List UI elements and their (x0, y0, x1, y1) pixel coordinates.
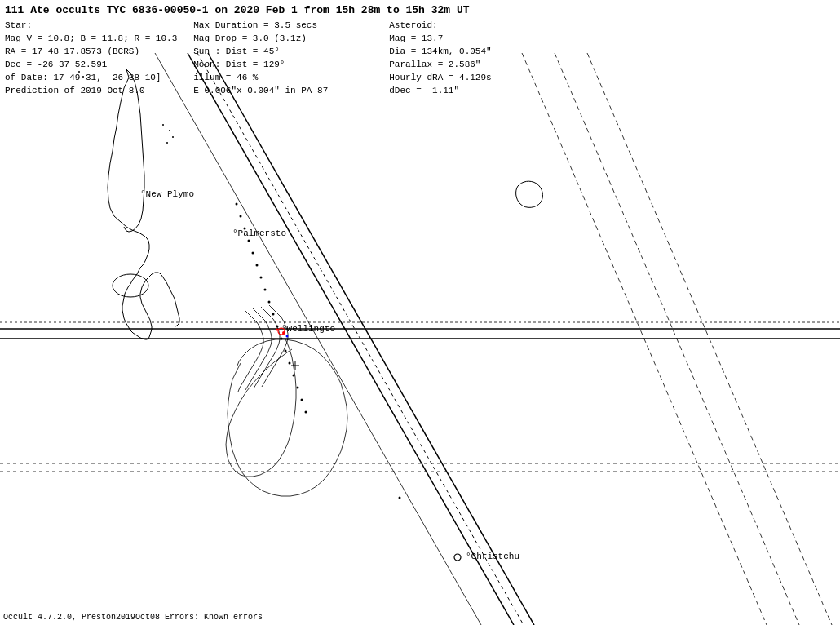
star-ra: RA = 17 48 17.8573 (BCRS) (5, 46, 177, 59)
svg-point-28 (285, 350, 287, 352)
svg-point-17 (240, 215, 242, 218)
svg-point-24 (268, 301, 271, 304)
moon-dist-value: Dist = 129° (226, 60, 285, 69)
sun-dist: Sun : Dist = 45° (193, 46, 373, 59)
max-duration: Max Duration = 3.5 secs (193, 20, 373, 33)
max-duration-label: Max Duration = (193, 20, 268, 30)
asteroid-info: Asteroid: Mag = 13.7 Dia = 134km, 0.054"… (389, 20, 519, 98)
moon-info: Moon: Dist = 129° (193, 59, 373, 72)
asteroid-ddec: dDec = -1.11" (389, 85, 519, 98)
svg-point-16 (236, 203, 238, 206)
svg-point-27 (281, 338, 283, 340)
star-prediction: Prediction of 2019 Oct 8.0 (5, 85, 177, 98)
svg-point-22 (260, 277, 263, 279)
max-duration-value: 3.5 secs (274, 20, 317, 30)
asteroid-mag: Mag = 13.7 (389, 33, 519, 46)
svg-point-38 (169, 130, 170, 131)
sun-label: Sun : (193, 47, 220, 56)
e-size: E 0.006"x 0.004" in PA 87 (193, 85, 373, 98)
star-dec: Dec = -26 37 52.591 (5, 59, 177, 72)
moon-illum: illum = 46 % (193, 72, 373, 85)
mag-drop: Mag Drop = 3.0 (3.1z) (193, 33, 373, 46)
asteroid-hourly-dra: Hourly dRA = 4.129s (389, 72, 519, 85)
svg-point-20 (252, 252, 254, 255)
star-of-date: of Date: 17 49 31, -26 38 10] (5, 72, 177, 85)
moon-label: Moon: (193, 60, 220, 69)
svg-point-23 (264, 289, 267, 291)
svg-point-44 (286, 335, 289, 338)
svg-point-34 (399, 497, 401, 499)
svg-point-25 (272, 313, 275, 316)
mag-drop-label: Mag Drop = (193, 33, 247, 43)
star-label: Star: (5, 20, 177, 33)
svg-point-33 (305, 411, 307, 414)
svg-point-32 (301, 399, 303, 401)
svg-point-31 (297, 387, 299, 389)
city-label: °New Plymo (140, 189, 194, 199)
star-info: Star: Mag V = 10.8; B = 11.8; R = 10.3 R… (5, 20, 177, 98)
title: 111 Ate occults TYC 6836-00050-1 on 2020… (5, 3, 835, 19)
asteroid-label: Asteroid: (389, 20, 519, 33)
svg-point-37 (162, 124, 164, 126)
svg-point-40 (166, 142, 168, 144)
svg-point-30 (293, 375, 295, 377)
star-mag: Mag V = 10.8; B = 11.8; R = 10.3 (5, 33, 177, 46)
asteroid-parallax: Parallax = 2.586" (389, 59, 519, 72)
mag-drop-value: 3.0 (3.1z) (253, 33, 307, 43)
svg-point-19 (248, 240, 250, 242)
sun-dist-value: Dist = 45° (226, 47, 280, 56)
svg-point-43 (276, 329, 279, 331)
svg-point-29 (289, 362, 291, 365)
city-label: °Christchu (466, 552, 519, 561)
svg-point-39 (172, 136, 174, 138)
asteroid-dia: Dia = 134km, 0.054" (389, 46, 519, 59)
footer-text: Occult 4.7.2.0, Preston2019Oct08 Errors:… (3, 613, 263, 622)
info-panel: 111 Ate occults TYC 6836-00050-1 on 2020… (0, 2, 840, 99)
event-info: Max Duration = 3.5 secs Mag Drop = 3.0 (… (193, 20, 373, 98)
city-label: °Wellingto (281, 324, 335, 334)
city-label: °Palmersto (232, 228, 286, 238)
svg-point-21 (256, 264, 259, 267)
svg-point-26 (276, 326, 279, 328)
